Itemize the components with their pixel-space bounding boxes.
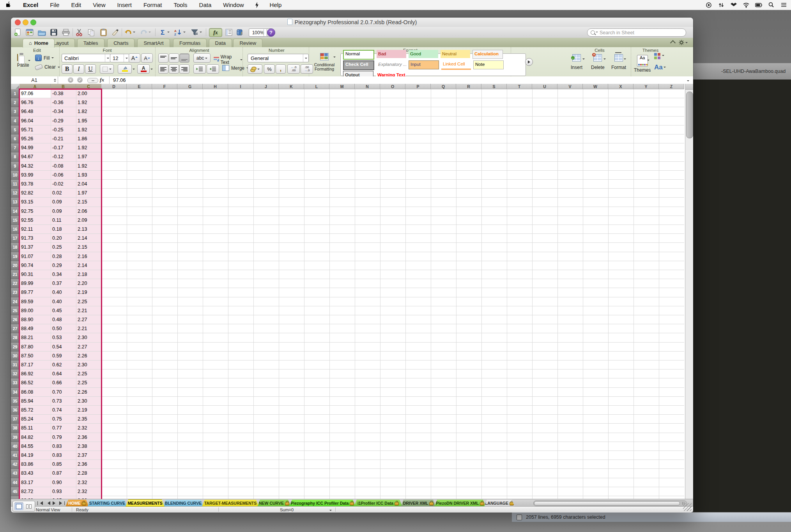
cell-A27[interactable]: 88.49 — [21, 324, 49, 333]
cell-A30[interactable]: 87.50 — [21, 352, 49, 361]
fill-color-caret[interactable] — [133, 69, 135, 71]
more-styles-button[interactable] — [525, 58, 533, 66]
cell-A9[interactable]: 94.32 — [21, 162, 49, 171]
redo-dropdown-caret[interactable] — [149, 32, 151, 34]
notification-center-icon[interactable] — [780, 2, 787, 9]
cell-A25[interactable]: 89.00 — [21, 306, 49, 315]
normal-view-button[interactable] — [14, 502, 23, 510]
row-header-14[interactable]: 14 — [11, 207, 19, 216]
cell-C45[interactable]: 2.32 — [78, 487, 100, 496]
increase-indent-button[interactable] — [207, 64, 219, 74]
cell-B28[interactable]: 0.53 — [52, 333, 74, 342]
cell-A26[interactable]: 88.90 — [21, 315, 49, 324]
print-icon[interactable] — [62, 28, 70, 37]
cell-C5[interactable]: 1.92 — [78, 125, 100, 134]
menu-item-edit[interactable]: Edit — [71, 2, 81, 8]
row-header-17[interactable]: 17 — [11, 234, 19, 243]
cell-A40[interactable]: 84.55 — [21, 442, 49, 451]
cell-A42[interactable]: 83.86 — [21, 460, 49, 469]
cell-C25[interactable]: 2.21 — [78, 306, 100, 315]
cell-B16[interactable]: 0.18 — [52, 225, 74, 234]
cell-A43[interactable]: 83.43 — [21, 469, 49, 478]
paste-dropdown-caret[interactable] — [28, 60, 30, 62]
cell-A18[interactable]: 91.37 — [21, 243, 49, 252]
sheet-tab-blending-curve[interactable]: BLENDING CURVE — [163, 500, 204, 507]
row-header-23[interactable]: 23 — [11, 288, 19, 297]
ribbon-tab-data[interactable]: Data — [209, 39, 232, 48]
show-formulas-icon[interactable] — [225, 28, 233, 37]
cell-B36[interactable]: 0.74 — [52, 406, 74, 415]
cell-A7[interactable]: 94.99 — [21, 143, 49, 152]
next-sheet-button[interactable] — [52, 501, 58, 505]
formula-bar-expand-caret[interactable] — [687, 80, 689, 83]
worksheet-grid[interactable]: ABCDEFGHIJKLMNOPQRSTUVWXYZ 1234567891011… — [11, 84, 685, 499]
column-header-K[interactable]: K — [279, 84, 304, 89]
name-box-stepper[interactable] — [52, 77, 57, 83]
sort-dropdown-caret[interactable] — [183, 32, 186, 34]
dropbox-icon[interactable] — [730, 2, 737, 9]
cell-style-linked-cell[interactable]: Linked Cell — [441, 60, 471, 70]
clear-button[interactable]: Clear — [35, 64, 60, 70]
row-header-8[interactable]: 8 — [11, 152, 19, 161]
copy-icon[interactable] — [87, 28, 96, 37]
row-header-15[interactable]: 15 — [11, 216, 19, 225]
cell-B26[interactable]: 0.48 — [52, 315, 74, 324]
format-painter-icon[interactable] — [111, 28, 120, 37]
cell-C17[interactable]: 2.14 — [78, 234, 100, 243]
theme-fonts-button[interactable]: Aa — [654, 64, 666, 71]
cell-C23[interactable]: 2.19 — [78, 288, 100, 297]
align-left-button[interactable] — [158, 64, 168, 74]
row-header-22[interactable]: 22 — [11, 279, 19, 288]
cell-C15[interactable]: 2.09 — [78, 216, 100, 225]
row-header-25[interactable]: 25 — [11, 306, 19, 315]
sum-indicator[interactable]: Sum=0 — [280, 507, 294, 512]
sheet-tab-starting-curve[interactable]: STARTING CURVE — [87, 500, 127, 507]
vertical-scrollbar[interactable] — [685, 84, 693, 499]
row-header-4[interactable]: 4 — [11, 117, 19, 125]
column-header-Z[interactable]: Z — [659, 84, 684, 89]
cell-C36[interactable]: 2.19 — [78, 406, 100, 415]
column-header-T[interactable]: T — [507, 84, 532, 89]
column-header-D[interactable]: D — [101, 84, 127, 89]
cell-B14[interactable]: 0.09 — [52, 207, 74, 216]
align-bottom-button[interactable] — [179, 53, 189, 63]
conditional-formatting-button[interactable]: Conditional Formatting — [311, 53, 337, 71]
redo-icon[interactable] — [140, 28, 148, 37]
cell-A39[interactable]: 84.82 — [21, 433, 49, 442]
menu-item-tools[interactable]: Tools — [174, 2, 188, 8]
row-header-12[interactable]: 12 — [11, 189, 19, 198]
help-icon[interactable]: ? — [267, 28, 275, 37]
column-header-J[interactable]: J — [253, 84, 279, 89]
confirm-entry-icon[interactable]: ✓ — [77, 77, 83, 83]
menu-item-data[interactable]: Data — [199, 2, 212, 8]
row-header-39[interactable]: 39 — [11, 433, 19, 442]
cell-A11[interactable]: 93.78 — [21, 180, 49, 189]
sheet-tab-language[interactable]: LANGUAGE — [484, 500, 515, 507]
cell-C13[interactable]: 2.15 — [78, 198, 100, 207]
align-top-button[interactable] — [158, 53, 168, 63]
cell-B42[interactable]: 0.85 — [52, 460, 74, 469]
undo-icon[interactable] — [124, 28, 133, 37]
new-workbook-icon[interactable] — [13, 28, 22, 37]
cell-C39[interactable]: 2.36 — [78, 433, 100, 442]
cell-C8[interactable]: 1.97 — [78, 152, 100, 161]
script-menu-bolt-icon[interactable] — [255, 2, 259, 8]
search-input[interactable] — [599, 30, 678, 36]
cell-style-neutral[interactable]: Neutral — [441, 50, 470, 58]
cell-A22[interactable]: 89.99 — [21, 279, 49, 288]
column-header-L[interactable]: L — [304, 84, 329, 89]
row-header-46[interactable]: 46 — [11, 496, 19, 499]
cell-C24[interactable]: 2.25 — [78, 297, 100, 306]
cell-A14[interactable]: 92.75 — [21, 207, 49, 216]
horizontal-scrollbar-thumb[interactable] — [534, 501, 680, 505]
paste-button[interactable]: Paste — [17, 54, 29, 68]
column-header-G[interactable]: G — [177, 84, 203, 89]
cell-B9[interactable]: -0.08 — [52, 162, 74, 171]
row-header-43[interactable]: 43 — [11, 469, 19, 478]
cell-B24[interactable]: 0.40 — [52, 297, 74, 306]
cell-style-note[interactable]: Note — [473, 60, 504, 69]
align-middle-button[interactable] — [169, 53, 179, 63]
cell-A21[interactable]: 90.31 — [21, 270, 49, 279]
insert-cells-button[interactable]: ← Insert — [571, 54, 582, 70]
ribbon-settings-gear-icon[interactable] — [679, 40, 688, 45]
